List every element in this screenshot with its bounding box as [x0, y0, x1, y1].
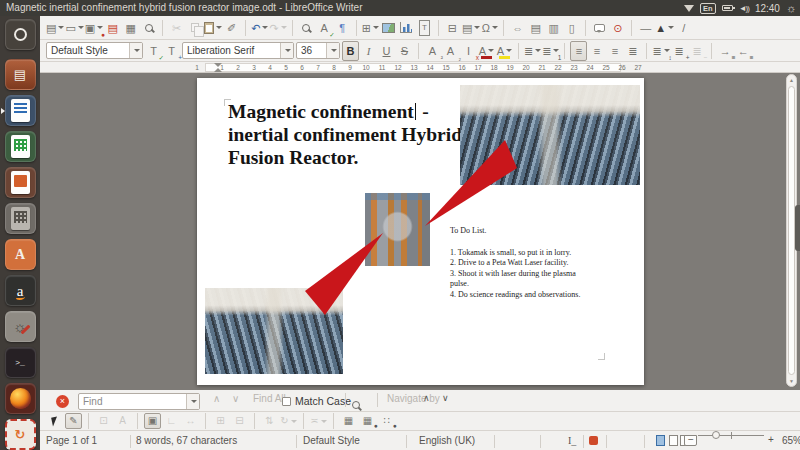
font-color-button[interactable]: A — [478, 41, 495, 61]
copy-button[interactable] — [186, 18, 203, 38]
insert-hyperlink-button[interactable]: ⇔ — [509, 18, 526, 38]
increase-indent-button[interactable]: →≡ — [717, 41, 734, 61]
paragraph-style-combo[interactable]: Default Style — [46, 42, 143, 59]
red-arrow-shape-2[interactable] — [305, 233, 383, 315]
print-button[interactable]: ▦ — [122, 18, 139, 38]
insert-textbox-button[interactable]: T — [416, 18, 433, 38]
display-grid-button[interactable]: ▦ — [340, 413, 357, 429]
helplines-while-moving-button[interactable]: ∷● — [378, 413, 395, 429]
scroll-down-icon[interactable]: ▼ — [787, 378, 796, 384]
basic-shapes-button[interactable]: ▲ — [655, 18, 674, 38]
insert-footnote-button[interactable]: ▤ — [527, 18, 544, 38]
zoom-percentage[interactable]: 65% — [782, 435, 800, 446]
group-objects-button[interactable]: ⊞ — [212, 413, 229, 429]
launcher-item-amazon[interactable]: a — [5, 275, 36, 306]
new-document-button[interactable]: ▤ — [46, 18, 64, 38]
freeform-line-button[interactable]: / — [675, 18, 692, 38]
word-count[interactable]: 8 words, 67 characters — [136, 435, 237, 446]
zoom-slider[interactable] — [698, 435, 764, 436]
open-button[interactable]: ▭ — [65, 18, 83, 38]
ruler-tool-button[interactable]: ∟ — [163, 413, 180, 429]
export-pdf-button[interactable]: ▤ — [104, 18, 121, 38]
font-size-combo[interactable]: 36 — [296, 42, 340, 59]
multi-page-view-button[interactable] — [669, 435, 678, 446]
insert-mode-indicator[interactable]: I_ — [568, 435, 576, 446]
battery-icon[interactable] — [722, 5, 733, 11]
align-objects-button[interactable]: ≍ — [310, 413, 327, 429]
red-arrow-shape-1[interactable] — [425, 140, 517, 226]
navigate-next-button[interactable]: ∨ — [442, 393, 449, 403]
match-case-label[interactable]: Match Case — [295, 395, 351, 407]
clear-formatting-button[interactable]: Ix — [460, 41, 477, 61]
ordered-list-button[interactable]: ≣1 — [542, 41, 559, 61]
decrease-indent-button[interactable]: ←≡ — [735, 41, 752, 61]
font-name-combo[interactable]: Liberation Serif — [182, 42, 294, 59]
session-menu-icon[interactable]: ☼ — [786, 3, 796, 14]
zoom-out-button[interactable]: − — [688, 434, 694, 445]
scrollbar-thumb[interactable] — [788, 86, 795, 375]
spelling-button[interactable]: A✓ — [316, 18, 333, 38]
launcher-item-terminal[interactable]: >_ — [5, 347, 36, 378]
bring-forward-button[interactable]: ⇅ — [261, 413, 278, 429]
record-changes-button[interactable]: ⊙ — [609, 18, 626, 38]
save-button[interactable]: ▣● — [85, 18, 103, 38]
fontwork-gallery-button[interactable]: A — [114, 413, 131, 429]
select-tool-button[interactable] — [46, 413, 63, 429]
insert-comment-button[interactable] — [591, 18, 608, 38]
search-icon[interactable] — [352, 395, 360, 413]
paste-button[interactable] — [204, 18, 222, 38]
launcher-item-software-center[interactable]: A — [5, 239, 36, 270]
volume-icon[interactable]: ◄)) — [739, 4, 749, 13]
clone-formatting-button[interactable]: ✐ — [223, 18, 240, 38]
italic-button[interactable]: I — [360, 41, 377, 61]
single-page-view-button[interactable] — [656, 435, 665, 446]
find-history-dropdown[interactable] — [186, 394, 199, 409]
decrease-paragraph-spacing-button[interactable]: ≣− — [689, 41, 706, 61]
insert-bookmark-button[interactable]: ▯ — [563, 18, 580, 38]
subscript-button[interactable]: A₂ — [442, 41, 459, 61]
line-spacing-button[interactable]: ≣↕ — [652, 41, 669, 61]
launcher-item-firefox[interactable] — [5, 383, 36, 414]
launcher-item-settings[interactable]: ☼ — [5, 311, 36, 342]
ungroup-objects-button[interactable]: ⊟ — [231, 413, 248, 429]
undo-button[interactable]: ↶ — [251, 18, 268, 38]
paragraph-style-dropdown[interactable] — [129, 43, 142, 58]
page-style[interactable]: Default Style — [303, 435, 360, 446]
launcher-item-calc[interactable] — [5, 131, 36, 162]
find-previous-button-disabled[interactable]: ∧ — [213, 393, 220, 404]
new-style-button[interactable]: T+ — [163, 41, 180, 61]
todo-list[interactable]: To Do List. 1. Tokamak is small, so put … — [450, 226, 600, 300]
highlight-color-button[interactable]: A — [496, 41, 513, 61]
insert-image-button[interactable] — [380, 18, 397, 38]
align-center-button[interactable]: ≡ — [588, 41, 605, 61]
document-page[interactable]: Magnetic confinement - inertial confinem… — [197, 78, 644, 385]
dimension-line-button[interactable]: ↔ — [182, 413, 199, 429]
launcher-item-writer[interactable] — [5, 95, 36, 126]
snap-to-grid-button[interactable]: ▦● — [359, 413, 376, 429]
launcher-item-impress[interactable] — [5, 167, 36, 198]
horizontal-line-button[interactable]: — — [637, 18, 654, 38]
insert-table-button[interactable]: ⊞ — [362, 18, 379, 38]
unordered-list-button[interactable]: ≣ — [524, 41, 541, 61]
keyboard-indicator[interactable]: En — [700, 3, 716, 14]
redo-button[interactable]: ↷ — [269, 18, 286, 38]
insert-field-button[interactable]: ▤ — [462, 18, 480, 38]
sidebar-grip[interactable] — [795, 205, 800, 251]
insert-chart-button[interactable] — [398, 18, 415, 38]
glue-points-button[interactable]: ⊡ — [95, 413, 112, 429]
update-style-button[interactable]: T✓ — [145, 41, 162, 61]
scroll-up-icon[interactable]: ▲ — [787, 77, 796, 83]
find-all-button[interactable]: Find All — [253, 393, 286, 404]
navigate-previous-button[interactable]: ∧ — [423, 393, 430, 403]
special-character-button[interactable]: Ω — [481, 18, 498, 38]
page-count[interactable]: Page 1 of 1 — [46, 435, 97, 446]
align-left-button[interactable]: ≡ — [570, 41, 587, 61]
insert-endnote-button[interactable]: ▥ — [545, 18, 562, 38]
find-input[interactable]: Find — [78, 393, 200, 410]
justified-button[interactable]: ≣ — [624, 41, 641, 61]
document-modified-icon[interactable] — [589, 436, 598, 445]
match-case-checkbox[interactable] — [282, 397, 291, 406]
zoom-slider-knob[interactable] — [712, 431, 720, 439]
launcher-item-calculator[interactable] — [5, 203, 36, 234]
launcher-item-files[interactable]: ▤ — [5, 59, 36, 90]
